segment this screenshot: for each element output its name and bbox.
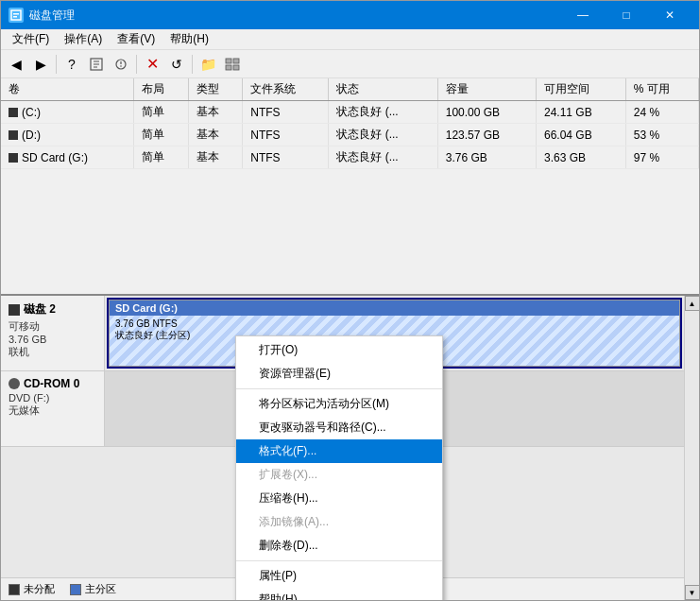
svg-rect-13: [233, 65, 239, 70]
toolbar-btn-3[interactable]: [110, 53, 132, 76]
partition-sdcard-fs: 3.76 GB NTFS: [115, 318, 674, 329]
col-header-vol[interactable]: 卷: [1, 78, 134, 101]
cell-type: 基本: [188, 101, 242, 124]
col-header-type[interactable]: 类型: [188, 78, 242, 101]
context-menu-item[interactable]: 打开(O): [236, 338, 442, 362]
disk-table: 卷 布局 类型 文件系统 状态 容量 可用空间 % 可用 (C:) 简单 基本 …: [1, 78, 699, 169]
cell-capacity: 3.76 GB: [437, 146, 536, 169]
main-window: 磁盘管理 — □ ✕ 文件(F) 操作(A) 查看(V) 帮助(H) ◀ ▶ ?…: [0, 0, 700, 601]
cdrom-icon: [9, 378, 20, 389]
cell-type: 基本: [188, 124, 242, 146]
legend-unallocated-icon: [9, 584, 20, 595]
vertical-scrollbar[interactable]: ▲ ▼: [684, 296, 699, 600]
title-bar: 磁盘管理 — □ ✕: [1, 1, 699, 29]
toolbar-sep-1: [56, 55, 57, 74]
cell-fs: NTFS: [243, 124, 329, 146]
app-icon: [9, 8, 24, 23]
scroll-up-button[interactable]: ▲: [685, 296, 700, 311]
context-menu-item[interactable]: 扩展卷(X)...: [236, 463, 442, 487]
cell-vol: SD Card (G:): [1, 146, 134, 169]
svg-rect-11: [233, 59, 239, 63]
cdrom-name: CD-ROM 0: [24, 377, 79, 390]
title-controls: — □ ✕: [561, 1, 691, 29]
cell-capacity: 123.57 GB: [437, 124, 536, 146]
menu-help[interactable]: 帮助(H): [162, 29, 216, 49]
col-header-free[interactable]: 可用空间: [536, 78, 625, 101]
col-header-status[interactable]: 状态: [329, 78, 437, 101]
context-menu-item[interactable]: 格式化(F)...: [236, 439, 442, 463]
partition-sdcard-header: SD Card (G:): [110, 300, 679, 316]
top-panel: 卷 布局 类型 文件系统 状态 容量 可用空间 % 可用 (C:) 简单 基本 …: [1, 78, 699, 296]
properties-button[interactable]: [85, 53, 108, 76]
context-menu-item[interactable]: 更改驱动器号和路径(C)...: [236, 416, 442, 439]
cell-vol: (D:): [1, 124, 134, 146]
col-header-layout[interactable]: 布局: [134, 78, 188, 101]
minimize-button[interactable]: —: [561, 1, 605, 29]
menu-action[interactable]: 操作(A): [57, 29, 110, 49]
disk-2-label: 磁盘 2 可移动 3.76 GB 联机: [1, 296, 105, 370]
menu-file[interactable]: 文件(F): [5, 29, 57, 49]
folder-button[interactable]: 📁: [196, 53, 219, 76]
context-menu-item[interactable]: 帮助(H): [236, 588, 442, 600]
back-button[interactable]: ◀: [5, 53, 27, 76]
svg-rect-0: [11, 10, 21, 20]
toolbar-sep-3: [192, 55, 193, 74]
cell-free: 24.11 GB: [536, 101, 625, 124]
cell-status: 状态良好 (...: [329, 124, 437, 146]
svg-rect-10: [226, 59, 231, 63]
context-menu-item[interactable]: 添加镜像(A)...: [236, 510, 442, 534]
context-menu: 打开(O)资源管理器(E)将分区标记为活动分区(M)更改驱动器号和路径(C)..…: [235, 335, 443, 600]
col-header-pct[interactable]: % 可用: [625, 78, 698, 101]
cell-layout: 简单: [134, 124, 188, 146]
scroll-track[interactable]: [685, 311, 700, 585]
close-button[interactable]: ✕: [648, 1, 691, 29]
context-menu-separator: [236, 560, 442, 561]
context-menu-item[interactable]: 压缩卷(H)...: [236, 487, 442, 510]
svg-rect-2: [13, 16, 17, 18]
title-bar-left: 磁盘管理: [9, 8, 75, 24]
toolbar-sep-2: [136, 55, 137, 74]
cell-layout: 简单: [134, 101, 188, 124]
disk-2-size: 3.76 GB: [9, 334, 96, 345]
cell-free: 3.63 GB: [536, 146, 625, 169]
cdrom-title: CD-ROM 0: [9, 377, 96, 390]
help-toolbar-button[interactable]: ?: [60, 53, 83, 76]
context-menu-item[interactable]: 资源管理器(E): [236, 362, 442, 386]
table-row[interactable]: (D:) 简单 基本 NTFS 状态良好 (... 123.57 GB 66.0…: [1, 124, 699, 146]
maximize-button[interactable]: □: [605, 1, 648, 29]
cell-pct: 24 %: [625, 101, 698, 124]
disk-2-title: 磁盘 2: [9, 301, 96, 318]
cell-type: 基本: [188, 146, 242, 169]
context-menu-item[interactable]: 将分区标记为活动分区(M): [236, 392, 442, 416]
col-header-capacity[interactable]: 容量: [437, 78, 536, 101]
legend-primary-label: 主分区: [85, 582, 116, 596]
table-row[interactable]: (C:) 简单 基本 NTFS 状态良好 (... 100.00 GB 24.1…: [1, 101, 699, 124]
cell-pct: 97 %: [625, 146, 698, 169]
svg-rect-1: [13, 13, 19, 15]
cdrom-type: DVD (F:): [9, 392, 96, 404]
table-row[interactable]: SD Card (G:) 简单 基本 NTFS 状态良好 (... 3.76 G…: [1, 146, 699, 169]
context-menu-separator: [236, 388, 442, 389]
delete-button[interactable]: ✕: [141, 53, 163, 76]
cell-free: 66.04 GB: [536, 124, 625, 146]
context-menu-item[interactable]: 删除卷(D)...: [236, 534, 442, 558]
legend-unallocated: 未分配: [9, 582, 55, 596]
col-header-fs[interactable]: 文件系统: [243, 78, 329, 101]
disk-2-status: 联机: [9, 345, 96, 359]
svg-rect-12: [226, 65, 231, 70]
forward-button[interactable]: ▶: [29, 53, 52, 76]
refresh-button[interactable]: ↺: [165, 53, 188, 76]
cdrom-status: 无媒体: [9, 404, 96, 418]
svg-point-9: [120, 65, 122, 67]
disk-2-type: 可移动: [9, 319, 96, 334]
cell-fs: NTFS: [243, 101, 329, 124]
cell-layout: 简单: [134, 146, 188, 169]
bottom-panel: 磁盘 2 可移动 3.76 GB 联机 SD Card (G:) 3.76 GB…: [1, 296, 699, 600]
context-menu-item[interactable]: 属性(P): [236, 564, 442, 588]
menu-view[interactable]: 查看(V): [110, 29, 162, 49]
legend-primary: 主分区: [70, 582, 116, 596]
scroll-down-button[interactable]: ▼: [685, 585, 700, 600]
cell-capacity: 100.00 GB: [437, 101, 536, 124]
view-button[interactable]: [221, 53, 244, 76]
cell-status: 状态良好 (...: [329, 101, 437, 124]
